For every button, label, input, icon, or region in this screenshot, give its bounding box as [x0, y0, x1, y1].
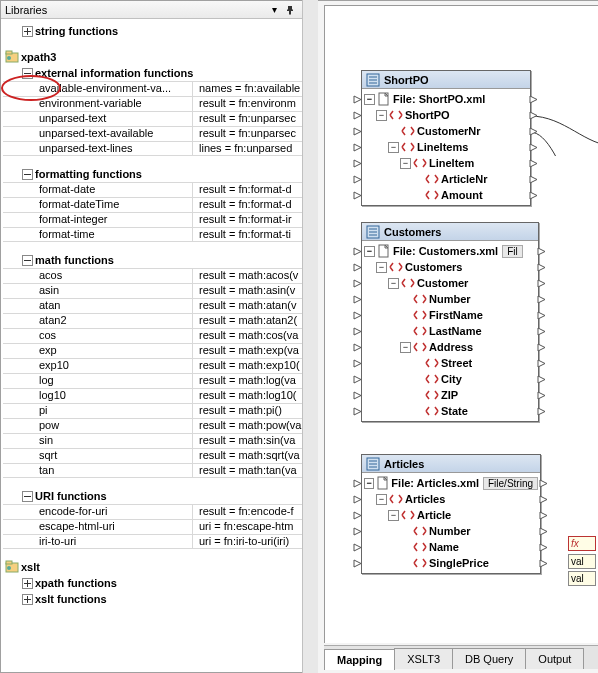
input-port[interactable]: [353, 391, 362, 400]
function-row[interactable]: atan2result = math:atan2(: [3, 313, 317, 328]
schema-title[interactable]: Customers: [362, 223, 538, 241]
tree-expand-icon[interactable]: −: [388, 278, 399, 289]
tree-node[interactable]: −Article: [364, 507, 538, 523]
tree-expand-icon[interactable]: −: [388, 142, 399, 153]
tree-node[interactable]: Name: [364, 539, 538, 555]
tree-node[interactable]: City: [364, 371, 536, 387]
schema-articles[interactable]: Articles −File: Articles.xmlFile/String−…: [361, 454, 541, 574]
function-row[interactable]: format-integerresult = fn:format-ir: [3, 212, 317, 227]
output-port[interactable]: [539, 479, 548, 488]
schema-title[interactable]: ShortPO: [362, 71, 530, 89]
file-chip[interactable]: Fil: [502, 245, 523, 258]
output-port[interactable]: [529, 143, 538, 152]
input-port[interactable]: [353, 343, 362, 352]
function-row[interactable]: format-timeresult = fn:format-ti: [3, 227, 317, 242]
tree-node[interactable]: ArticleNr: [364, 171, 528, 187]
tree-node[interactable]: State: [364, 403, 536, 419]
input-port[interactable]: [353, 375, 362, 384]
category-string-functions[interactable]: string functions: [3, 23, 317, 39]
input-port[interactable]: [353, 191, 362, 200]
function-row[interactable]: powresult = math:pow(va: [3, 418, 317, 433]
category-node[interactable]: URI functions: [3, 488, 317, 504]
tree-node[interactable]: LastName: [364, 323, 536, 339]
function-row[interactable]: exp10result = math:exp10(: [3, 358, 317, 373]
output-port[interactable]: [539, 495, 548, 504]
tab-output[interactable]: Output: [525, 648, 584, 669]
input-port[interactable]: [353, 95, 362, 104]
output-port[interactable]: [529, 95, 538, 104]
function-row[interactable]: unparsed-textresult = fn:unparsec: [3, 111, 317, 126]
function-row[interactable]: sqrtresult = math:sqrt(va: [3, 448, 317, 463]
libraries-scrollbar[interactable]: [302, 0, 318, 673]
tree-node[interactable]: −Address: [364, 339, 536, 355]
tree-expand-icon[interactable]: −: [376, 110, 387, 121]
tree-node[interactable]: Number: [364, 291, 536, 307]
function-value1[interactable]: val: [568, 554, 596, 569]
expand-icon[interactable]: [21, 577, 33, 589]
category-xpath-functions[interactable]: xpath functions: [3, 575, 317, 591]
input-port[interactable]: [353, 247, 362, 256]
tree-expand-icon[interactable]: −: [376, 262, 387, 273]
output-port[interactable]: [537, 279, 546, 288]
function-row[interactable]: format-dateresult = fn:format-d: [3, 182, 317, 197]
input-port[interactable]: [353, 495, 362, 504]
function-row[interactable]: logresult = math:log(va: [3, 373, 317, 388]
function-row[interactable]: escape-html-uriuri = fn:escape-htm: [3, 519, 317, 534]
input-port[interactable]: [353, 143, 362, 152]
output-port[interactable]: [539, 559, 548, 568]
function-row[interactable]: sinresult = math:sin(va: [3, 433, 317, 448]
input-port[interactable]: [353, 111, 362, 120]
function-row[interactable]: acosresult = math:acos(v: [3, 268, 317, 283]
tree-node[interactable]: −Articles: [364, 491, 538, 507]
output-port[interactable]: [537, 327, 546, 336]
collapse-icon[interactable]: [21, 490, 33, 502]
schema-title[interactable]: Articles: [362, 455, 540, 473]
function-row[interactable]: unparsed-text-lineslines = fn:unparsed: [3, 141, 317, 156]
output-port[interactable]: [529, 175, 538, 184]
category-node[interactable]: formatting functions: [3, 166, 317, 182]
function-row[interactable]: tanresult = math:tan(va: [3, 463, 317, 478]
output-port[interactable]: [539, 543, 548, 552]
function-row[interactable]: asinresult = math:asin(v: [3, 283, 317, 298]
output-port[interactable]: [537, 311, 546, 320]
tab-xslt3[interactable]: XSLT3: [394, 648, 453, 669]
input-port[interactable]: [353, 543, 362, 552]
input-port[interactable]: [353, 479, 362, 488]
output-port[interactable]: [537, 391, 546, 400]
tree-expand-icon[interactable]: −: [376, 494, 387, 505]
input-port[interactable]: [353, 159, 362, 168]
output-port[interactable]: [539, 527, 548, 536]
category-node[interactable]: external information functions: [3, 65, 317, 81]
function-row[interactable]: log10result = math:log10(: [3, 388, 317, 403]
function-row[interactable]: environment-variableresult = fn:environm: [3, 96, 317, 111]
tab-db-query[interactable]: DB Query: [452, 648, 526, 669]
file-row[interactable]: −File: ShortPO.xml: [364, 91, 528, 107]
input-port[interactable]: [353, 295, 362, 304]
tree-expand-icon[interactable]: −: [364, 246, 375, 257]
function-row[interactable]: piresult = math:pi(): [3, 403, 317, 418]
input-port[interactable]: [353, 511, 362, 520]
tree-node[interactable]: SinglePrice: [364, 555, 538, 571]
category-node[interactable]: math functions: [3, 252, 317, 268]
panel-pin-icon[interactable]: [283, 3, 297, 17]
tree-node[interactable]: ZIP: [364, 387, 536, 403]
input-port[interactable]: [353, 279, 362, 288]
function-row[interactable]: iri-to-uriuri = fn:iri-to-uri(iri): [3, 534, 317, 549]
collapse-icon[interactable]: [21, 67, 33, 79]
library-xpath3[interactable]: xpath3: [3, 49, 317, 65]
library-xslt[interactable]: xslt: [3, 559, 317, 575]
tree-expand-icon[interactable]: −: [364, 478, 374, 489]
function-row[interactable]: format-dateTimeresult = fn:format-d: [3, 197, 317, 212]
function-row[interactable]: unparsed-text-availableresult = fn:unpar…: [3, 126, 317, 141]
output-port[interactable]: [537, 247, 546, 256]
input-port[interactable]: [353, 407, 362, 416]
output-port[interactable]: [537, 359, 546, 368]
function-row[interactable]: encode-for-uriresult = fn:encode-f: [3, 504, 317, 519]
output-port[interactable]: [529, 191, 538, 200]
function-value2[interactable]: val: [568, 571, 596, 586]
input-port[interactable]: [353, 127, 362, 136]
function-row[interactable]: available-environment-va...names = fn:av…: [3, 81, 317, 96]
file-row[interactable]: −File: Articles.xmlFile/String: [364, 475, 538, 491]
expand-icon[interactable]: [21, 593, 33, 605]
output-port[interactable]: [537, 343, 546, 352]
